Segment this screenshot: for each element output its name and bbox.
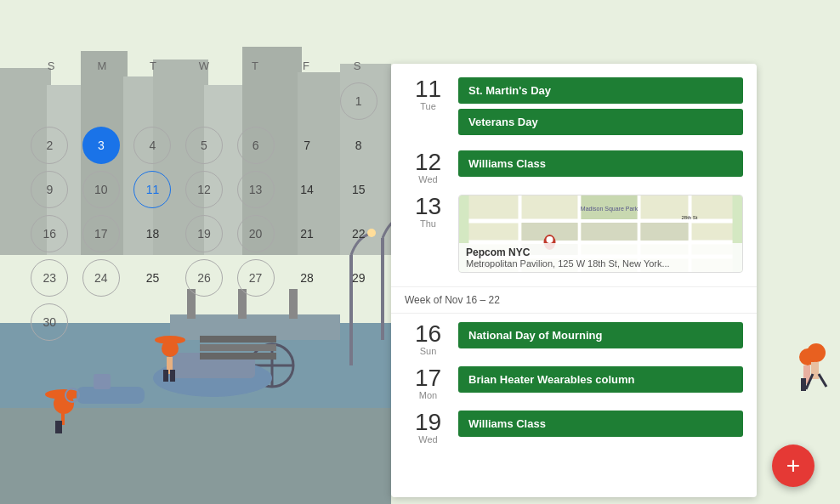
weekday-label: F [285, 59, 327, 72]
svg-rect-41 [163, 370, 168, 382]
calendar-day[interactable]: 3 [82, 127, 120, 164]
svg-text:28th St: 28th St [682, 215, 698, 220]
calendar-day [82, 82, 120, 120]
svg-rect-58 [641, 223, 689, 241]
calendar-day[interactable]: 8 [340, 127, 377, 164]
event-bar[interactable]: Williams Class [458, 411, 743, 437]
calendar-day[interactable]: 12 [185, 171, 223, 208]
event-items: Williams Class [458, 150, 743, 182]
svg-point-62 [547, 236, 553, 243]
event-group: 12WedWilliams Class [391, 145, 757, 190]
calendar-day [133, 303, 171, 341]
event-day-name: Wed [405, 434, 451, 445]
event-group: 19WedWilliams Class [391, 405, 757, 450]
event-bar[interactable]: Brian Heater Wearables column [458, 366, 743, 393]
svg-rect-32 [77, 387, 145, 404]
calendar-day[interactable]: 21 [288, 215, 326, 252]
add-event-fab[interactable]: + [772, 445, 814, 487]
event-date-column: 19Wed [405, 411, 451, 445]
event-day-number: 17 [405, 366, 451, 390]
event-items: Williams Class [458, 411, 743, 442]
event-items: Brian Heater Wearables column [458, 366, 743, 398]
map-address: Metropolitan Pavilion, 125 W 18th St, Ne… [466, 258, 735, 269]
calendar-day[interactable]: 26 [185, 259, 223, 297]
calendar-day[interactable]: 27 [237, 259, 275, 297]
weekday-label: M [81, 59, 123, 72]
event-day-number: 12 [405, 150, 451, 174]
event-day-name: Thu [405, 218, 451, 229]
event-bar[interactable]: Williams Class [458, 150, 743, 177]
event-group: 16SunNational Day of Mourning [391, 317, 757, 361]
calendar-day[interactable]: 25 [133, 259, 171, 297]
map-overlay: Pepcom NYCMetropolitan Pavilion, 125 W 1… [459, 243, 742, 272]
calendar-day[interactable]: 15 [340, 171, 377, 208]
calendar-day[interactable]: 30 [31, 303, 68, 341]
event-day-name: Tue [405, 101, 451, 111]
calendar-day [82, 303, 120, 341]
event-day-name: Sun [405, 346, 451, 356]
event-bar[interactable]: Veterans Day [458, 109, 743, 135]
event-items: National Day of Mourning [458, 322, 743, 354]
event-day-name: Wed [405, 174, 451, 184]
svg-rect-42 [170, 370, 175, 382]
events-panel[interactable]: 11TueSt. Martin's DayVeterans Day12WedWi… [391, 64, 757, 497]
week-divider: Week of Nov 16 – 22 [391, 286, 757, 314]
calendar-day[interactable]: 20 [237, 215, 275, 252]
calendar-day[interactable]: 18 [133, 215, 171, 252]
svg-rect-29 [801, 378, 806, 391]
calendar-day[interactable]: 23 [31, 259, 68, 297]
weekday-label: S [336, 59, 378, 72]
calendar-day[interactable]: 9 [31, 171, 68, 208]
svg-rect-37 [200, 353, 276, 360]
event-date-column: 16Sun [405, 322, 451, 356]
calendar-day[interactable]: 16 [31, 215, 68, 252]
calendar-day[interactable]: 22 [340, 215, 377, 252]
svg-point-43 [807, 343, 826, 362]
calendar-day[interactable]: 24 [82, 259, 120, 297]
svg-rect-36 [200, 344, 276, 351]
weekday-label: T [132, 59, 174, 72]
event-group: 11TueSt. Martin's DayVeterans Day [391, 72, 757, 145]
svg-text:Madison Square Park: Madison Square Park [581, 206, 639, 212]
calendar-day [31, 82, 68, 120]
calendar-day [288, 303, 326, 341]
calendar-day [133, 82, 171, 120]
calendar-day [237, 303, 275, 341]
calendar-day[interactable]: 4 [133, 127, 171, 164]
event-date-column: 11Tue [405, 77, 451, 111]
calendar-day[interactable]: 2 [31, 127, 68, 164]
calendar-grid[interactable]: 1234567891011121314151617181920212223242… [26, 81, 383, 343]
calendar-day[interactable]: 11 [133, 171, 171, 208]
event-items: St. Martin's DayVeterans Day [458, 77, 743, 140]
calendar-day[interactable]: 19 [185, 215, 223, 252]
weekday-label: S [30, 59, 72, 72]
calendar-day[interactable]: 14 [288, 171, 326, 208]
calendar-day [185, 303, 223, 341]
calendar-day[interactable]: 28 [288, 259, 326, 297]
calendar-day[interactable]: 1 [340, 82, 377, 120]
event-bar[interactable]: St. Martin's Day [458, 77, 743, 104]
weekday-label: W [183, 59, 225, 72]
event-day-number: 16 [405, 322, 451, 346]
event-date-column: 13Thu [405, 195, 451, 229]
calendar-day[interactable]: 10 [82, 171, 120, 208]
calendar-day[interactable]: 5 [185, 127, 223, 164]
calendar-day [185, 82, 223, 120]
event-date-column: 12Wed [405, 150, 451, 184]
svg-rect-26 [55, 421, 62, 433]
event-day-number: 19 [405, 411, 451, 434]
event-bar[interactable]: National Day of Mourning [458, 322, 743, 348]
calendar-day[interactable]: 13 [237, 171, 275, 208]
svg-rect-33 [94, 374, 111, 389]
event-day-name: Mon [405, 390, 451, 400]
event-items: Madison Square Park 23rd Street 28th St … [458, 195, 743, 278]
map-title: Pepcom NYC [466, 246, 735, 258]
calendar-day[interactable]: 17 [82, 215, 120, 252]
map-area: Madison Square Park 23rd Street 28th St … [459, 195, 742, 272]
event-date-column: 17Mon [405, 366, 451, 400]
calendar-day[interactable]: 7 [288, 127, 326, 164]
map-card[interactable]: Madison Square Park 23rd Street 28th St … [458, 195, 743, 273]
calendar-day[interactable]: 6 [237, 127, 275, 164]
weekday-label: T [234, 59, 276, 72]
calendar-day[interactable]: 29 [340, 259, 377, 297]
